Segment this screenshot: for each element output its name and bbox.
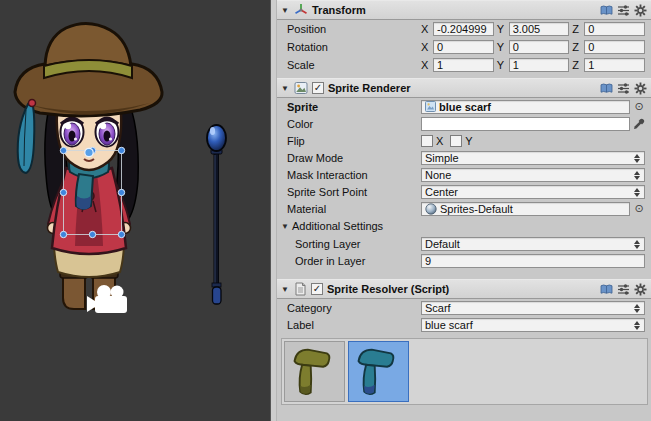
sorting-layer-label: Sorting Layer xyxy=(295,238,421,250)
material-object-field[interactable]: Sprites-Default xyxy=(421,202,630,216)
foldout-icon[interactable]: ▼ xyxy=(280,222,290,231)
order-in-layer-row: Order in Layer 9 xyxy=(277,252,651,269)
category-dropdown[interactable]: Scarf xyxy=(421,301,645,315)
additional-settings-foldout[interactable]: ▼ Additional Settings xyxy=(277,217,651,235)
scale-y-field[interactable]: 1 xyxy=(509,58,570,72)
sprite-object-field[interactable]: blue scarf xyxy=(421,100,630,114)
preset-icon[interactable] xyxy=(617,283,630,296)
mask-interaction-label: Mask Interaction xyxy=(287,169,421,181)
rotation-y-field[interactable]: 0 xyxy=(509,40,570,54)
position-x-field[interactable]: -0.204999 xyxy=(433,22,494,36)
axis-z-label: Z xyxy=(572,23,581,35)
character-sprite[interactable] xyxy=(15,23,162,309)
scene-view[interactable] xyxy=(0,0,270,421)
foldout-icon[interactable]: ▼ xyxy=(280,6,290,15)
sprite-asset-icon xyxy=(425,101,436,112)
label-dropdown[interactable]: blue scarf xyxy=(421,318,645,332)
axis-z-label: Z xyxy=(572,41,581,53)
scale-label: Scale xyxy=(287,59,421,71)
sprite-variant-strip xyxy=(281,338,648,405)
sprite-renderer-component: ▼ ✓ Sprite Renderer xyxy=(277,78,651,269)
mask-interaction-dropdown[interactable]: None xyxy=(421,168,645,182)
axis-x-label: X xyxy=(421,41,430,53)
transform-component: ▼ Transform xyxy=(277,0,651,74)
object-picker-icon[interactable]: ⊙ xyxy=(633,101,645,112)
gear-icon[interactable] xyxy=(634,4,647,17)
dropdown-arrow-icon xyxy=(633,239,642,250)
position-z-field[interactable]: 0 xyxy=(584,22,645,36)
rotation-label: Rotation xyxy=(287,41,421,53)
dropdown-arrow-icon xyxy=(633,303,642,314)
order-in-layer-field[interactable]: 9 xyxy=(421,254,645,268)
draw-mode-dropdown[interactable]: Simple xyxy=(421,151,645,165)
additional-settings-title: Additional Settings xyxy=(292,220,383,232)
inspector-panel: ▼ Transform xyxy=(277,0,651,421)
rotation-z-field[interactable]: 0 xyxy=(584,40,645,54)
draw-mode-label: Draw Mode xyxy=(287,152,421,164)
axis-x-label: X xyxy=(421,23,430,35)
sorting-layer-dropdown[interactable]: Default xyxy=(421,237,645,251)
scale-x-field[interactable]: 1 xyxy=(433,58,494,72)
flip-y-label: Y xyxy=(465,135,472,147)
rotation-row: Rotation X 0 Y 0 Z 0 xyxy=(277,38,651,56)
sprite-resolver-component: ▼ ✓ Sprite Resolver (Script) xyxy=(277,279,651,405)
transform-icon xyxy=(294,3,308,17)
foldout-icon[interactable]: ▼ xyxy=(280,285,290,294)
material-label: Material xyxy=(287,203,421,215)
color-label: Color xyxy=(287,118,421,130)
sprite-resolver-header[interactable]: ▼ ✓ Sprite Resolver (Script) xyxy=(277,279,651,299)
green-scarf-thumbnail[interactable] xyxy=(284,341,345,402)
flip-row: Flip X Y xyxy=(277,132,651,149)
sprite-renderer-icon xyxy=(294,81,308,95)
gear-icon[interactable] xyxy=(634,283,647,296)
axis-z-label: Z xyxy=(572,59,581,71)
staff-sprite[interactable] xyxy=(207,125,226,304)
help-icon[interactable] xyxy=(600,5,613,16)
component-enabled-checkbox[interactable]: ✓ xyxy=(311,283,323,295)
eyedropper-icon[interactable] xyxy=(633,118,645,130)
sprite-sort-point-dropdown[interactable]: Center xyxy=(421,185,645,199)
unity-editor: ▼ Transform xyxy=(0,0,651,421)
flip-x-checkbox[interactable] xyxy=(421,135,433,147)
mask-interaction-row: Mask Interaction None xyxy=(277,166,651,183)
dropdown-arrow-icon xyxy=(633,170,642,181)
label-label: Label xyxy=(287,319,421,331)
dropdown-arrow-icon xyxy=(633,187,642,198)
sprite-label: Sprite xyxy=(287,101,421,113)
gear-icon[interactable] xyxy=(634,82,647,95)
axis-x-label: X xyxy=(421,59,430,71)
pivot-handle xyxy=(85,148,93,156)
script-icon xyxy=(294,282,307,296)
color-swatch[interactable] xyxy=(421,117,630,131)
position-label: Position xyxy=(287,23,421,35)
preset-icon[interactable] xyxy=(617,82,630,95)
rotation-x-field[interactable]: 0 xyxy=(433,40,494,54)
flip-label: Flip xyxy=(287,135,421,147)
axis-y-label: Y xyxy=(497,23,506,35)
sorting-layer-row: Sorting Layer Default xyxy=(277,235,651,252)
order-in-layer-label: Order in Layer xyxy=(295,255,421,267)
axis-y-label: Y xyxy=(497,59,506,71)
component-enabled-checkbox[interactable]: ✓ xyxy=(312,82,324,94)
material-sphere-icon xyxy=(425,203,437,215)
foldout-icon[interactable]: ▼ xyxy=(280,84,290,93)
help-icon[interactable] xyxy=(600,83,613,94)
transform-header[interactable]: ▼ Transform xyxy=(277,0,651,20)
sprite-sort-point-row: Sprite Sort Point Center xyxy=(277,183,651,200)
dropdown-arrow-icon xyxy=(633,153,642,164)
category-label: Category xyxy=(287,302,421,314)
panel-splitter[interactable] xyxy=(270,0,277,421)
dropdown-arrow-icon xyxy=(633,320,642,331)
sprite-row: Sprite blue scarf ⊙ xyxy=(277,98,651,115)
help-icon[interactable] xyxy=(600,284,613,295)
blue-scarf-thumbnail[interactable] xyxy=(348,341,409,402)
category-row: Category Scarf xyxy=(277,299,651,316)
scale-z-field[interactable]: 1 xyxy=(584,58,645,72)
position-y-field[interactable]: 3.005 xyxy=(509,22,570,36)
component-title: Sprite Renderer xyxy=(328,82,411,94)
object-picker-icon[interactable]: ⊙ xyxy=(633,203,645,214)
label-row: Label blue scarf xyxy=(277,316,651,333)
sprite-renderer-header[interactable]: ▼ ✓ Sprite Renderer xyxy=(277,78,651,98)
flip-y-checkbox[interactable] xyxy=(450,135,462,147)
preset-icon[interactable] xyxy=(617,4,630,17)
